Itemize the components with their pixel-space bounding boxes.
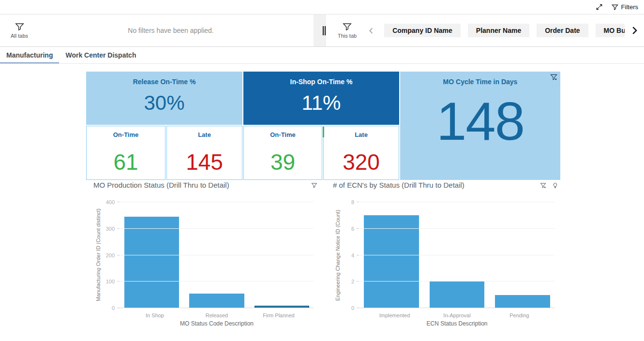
filter-chip-company-id-name[interactable]: Company ID Name — [384, 24, 461, 37]
filter-chip-planner-name[interactable]: Planner Name — [468, 24, 529, 37]
insight-lightbulb-icon[interactable] — [552, 182, 558, 191]
kpi-title: Release On-Time % — [133, 78, 196, 86]
kpi-value: 61 — [113, 149, 138, 175]
tick-mark — [117, 202, 120, 202]
x-axis-title: MO Status Code Description — [120, 320, 314, 327]
x-axis-title: ECN Status Description — [359, 320, 554, 327]
gridline — [120, 228, 314, 229]
bars — [359, 215, 554, 308]
tick-mark — [117, 281, 120, 282]
all-tabs-filter-panel: All tabs No filters have been applied. — [0, 15, 314, 46]
tick-mark — [357, 255, 359, 255]
funnel-icon — [612, 4, 618, 11]
chart-ecn-by-status: # of ECN's by Status (Drill Thru to Deta… — [333, 181, 560, 332]
tick-mark — [357, 281, 359, 282]
x-axis-line — [117, 308, 314, 308]
plot-area: 0100200300400 — [120, 202, 314, 308]
chips-scroll-right-button[interactable] — [625, 25, 644, 36]
category-label: Released — [186, 312, 247, 318]
filter-applied-icon[interactable] — [540, 182, 546, 191]
kpi-value: 320 — [343, 149, 380, 175]
kpi-title: Late — [198, 131, 211, 138]
kpi-value: 39 — [270, 149, 295, 175]
chart-title: MO Production Status (Drill Thru to Deta… — [93, 181, 229, 189]
gridline — [120, 281, 314, 282]
gridline — [120, 255, 314, 255]
kpi-card-release-late-count[interactable]: Late 145 — [166, 126, 242, 180]
category-label: Implemented — [364, 312, 425, 318]
bar-in-shop[interactable] — [124, 217, 179, 308]
kpi-title: In-Shop On-Time % — [290, 78, 353, 86]
kpi-value: 30% — [144, 91, 184, 115]
dashboard-tabs: Manufacturing Work Center Dispatch — [0, 47, 644, 64]
tick-label: 2 — [351, 279, 354, 284]
tick-mark — [357, 202, 359, 202]
gridline — [359, 202, 554, 202]
tick-mark — [357, 228, 359, 229]
bar-in-approval[interactable] — [430, 282, 485, 308]
chevron-left-icon — [367, 27, 375, 35]
category-label: Firm Planned — [248, 312, 309, 318]
no-filters-message: No filters have been applied. — [28, 27, 314, 34]
tick-label: 0 — [351, 305, 354, 311]
tick-label: 400 — [106, 199, 115, 205]
bar-implemented[interactable] — [364, 215, 419, 308]
kpi-card-inshop-late-count[interactable]: Late 320 — [323, 126, 399, 180]
bar-released[interactable] — [189, 294, 244, 308]
tick-label: 200 — [106, 252, 115, 258]
kpi-card-mo-cycle-time[interactable]: MO Cycle Time in Days 148 — [400, 72, 560, 180]
funnel-icon — [15, 22, 24, 31]
filter-bar: All tabs No filters have been applied. T… — [0, 15, 644, 47]
chevron-right-icon — [629, 25, 640, 36]
all-tabs-filter-button[interactable]: All tabs — [11, 22, 28, 39]
category-label: Pending — [489, 312, 550, 318]
this-tab-filter-button[interactable]: This tab — [338, 22, 357, 39]
this-tab-label: This tab — [338, 33, 357, 39]
tick-label: 0 — [112, 305, 115, 311]
filter-chip-mo-build[interactable]: MO Build Part — [596, 24, 625, 37]
this-tab-filter-panel: This tab Company ID Name Planner Name Or… — [326, 15, 644, 46]
filters-button[interactable]: Filters — [612, 3, 638, 11]
x-category-labels: ImplementedIn-ApprovalPending — [359, 312, 554, 318]
kpi-value: 148 — [436, 94, 524, 148]
filter-chip-order-date[interactable]: Order Date — [537, 24, 588, 37]
chips-scroll-left-button[interactable] — [367, 27, 375, 35]
kpi-card-inshop-on-time[interactable]: In-Shop On-Time % 11% — [243, 72, 399, 125]
filter-icon[interactable] — [311, 182, 317, 191]
kpi-card-release-on-time[interactable]: Release On-Time % 30% — [86, 72, 242, 125]
tick-mark — [357, 308, 359, 308]
filter-applied-icon[interactable] — [550, 74, 557, 83]
bar-pending[interactable] — [495, 295, 550, 308]
tab-work-center-dispatch[interactable]: Work Center Dispatch — [59, 47, 142, 63]
tick-label: 300 — [106, 226, 115, 232]
gridline — [359, 228, 554, 229]
y-axis-title: Manufacturing Order ID (Count distinct) — [95, 202, 102, 308]
x-axis-line — [357, 308, 554, 308]
x-category-labels: In ShopReleasedFirm Planned — [120, 312, 314, 318]
drag-handle[interactable] — [323, 26, 326, 35]
kpi-title: On-Time — [270, 131, 296, 138]
tick-label: 100 — [106, 279, 115, 284]
kpi-value: 145 — [186, 149, 223, 175]
kpi-card-release-on-time-count[interactable]: On-Time 61 — [86, 126, 165, 180]
chart-mo-production-status: MO Production Status (Drill Thru to Deta… — [93, 181, 319, 332]
kpi-title: On-Time — [113, 131, 139, 138]
chart-title: # of ECN's by Status (Drill Thru to Deta… — [333, 181, 464, 189]
kpi-title: Late — [355, 131, 368, 138]
tick-mark — [117, 308, 120, 308]
panel-divider — [314, 15, 326, 46]
kpi-card-inshop-on-time-count[interactable]: On-Time 39 — [243, 126, 322, 180]
filter-chips-row: Company ID Name Planner Name Order Date … — [384, 24, 625, 37]
expand-icon[interactable] — [596, 3, 603, 11]
gridline — [359, 281, 554, 282]
kpi-value: 11% — [302, 91, 341, 115]
tick-label: 6 — [351, 226, 354, 232]
top-app-bar: Filters — [0, 0, 644, 15]
bars — [120, 217, 314, 308]
tab-manufacturing[interactable]: Manufacturing — [0, 47, 59, 63]
funnel-icon — [343, 22, 352, 31]
filters-label: Filters — [621, 3, 638, 11]
gridline — [120, 202, 314, 202]
plot-area: 02468 — [359, 202, 554, 308]
y-axis-title: Engineering Change Notice ID (Count) — [334, 202, 341, 308]
